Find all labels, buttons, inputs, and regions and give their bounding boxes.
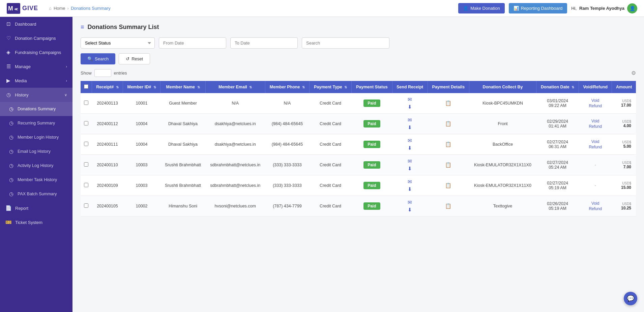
row-checkbox[interactable] [84,183,88,187]
sidebar-item-media[interactable]: ▶ Media › [0,74,72,88]
void-link[interactable]: Void [591,201,599,206]
refund-link[interactable]: Refund [589,206,602,211]
amount-value: 4.00 [615,123,631,128]
sidebar-item-report[interactable]: 📄 Report [0,201,72,215]
make-donation-button[interactable]: 👤 Make Donation [458,3,504,13]
email-icon[interactable]: ✉ [408,96,412,103]
reporting-icon: 📊 [514,6,519,11]
row-checkbox[interactable] [84,142,88,146]
sidebar-item-donation-campaigns[interactable]: ♡ Donation Campaigns [0,31,72,45]
sidebar-item-ticket-system[interactable]: 🎫 Ticket System [0,215,72,229]
row-member-email: sdbrahmbhatt@netclues.in [205,155,265,175]
download-icon[interactable]: ⬇ [408,186,412,192]
document-icon[interactable]: 📋 [445,141,451,147]
sidebar-item-manage[interactable]: ☰ Manage › [0,59,72,74]
sidebar-item-fundraising-campaigns[interactable]: ◈ Fundraising Campaigns [0,45,72,59]
row-payment-status: Paid [352,134,392,155]
document-icon[interactable]: 📋 [445,203,451,209]
avatar[interactable]: 👤 [627,3,637,13]
row-checkbox[interactable] [84,121,88,125]
void-link[interactable]: Void [591,98,599,103]
sidebar-item-activity-log-history[interactable]: ◷ Activity Log History [0,159,72,173]
row-checkbox[interactable] [84,162,88,167]
reset-button[interactable]: ↺ Reset [119,53,150,64]
email-icon[interactable]: ✉ [408,158,412,164]
amount-currency: USD$ [615,120,631,123]
status-filter[interactable]: Select Status [81,37,155,49]
dashboard-icon: ⊡ [5,21,11,27]
sidebar-sub-label: Member Login History [18,135,59,140]
logo[interactable]: M ≪ GIVE [7,2,38,15]
sort-icon: ⇅ [302,85,305,89]
breadcrumb: ⌂ Home › Donations Summary [49,6,111,11]
download-icon[interactable]: ⬇ [408,124,412,131]
sidebar-item-donations-summary[interactable]: ◷ Donations Summary [0,102,72,116]
sidebar-item-member-login-history[interactable]: ◷ Member Login History [0,130,72,144]
download-icon[interactable]: ⬇ [408,104,412,110]
header-payment-type[interactable]: Payment Type ⇅ [310,81,352,93]
reporting-dashboard-button[interactable]: 📊 Reporting Dashboard [509,3,567,13]
header-member-email[interactable]: Member Email ⇅ [205,81,265,93]
table-row: 202400112 10004 Dhaval Sakhiya dsakhiya@… [81,114,636,134]
header-donation-date[interactable]: Donation Date ⇅ [536,81,579,93]
sidebar-item-history[interactable]: ◷ History ∨ [0,88,72,102]
refund-link[interactable]: Refund [589,124,602,129]
download-icon[interactable]: ⬇ [408,166,412,172]
sidebar-item-member-task-history[interactable]: ◷ Member Task History [0,173,72,187]
header-donation-collect-by[interactable]: Donation Collect By [469,81,536,93]
row-checkbox-cell [81,93,92,114]
row-checkbox[interactable] [84,203,88,208]
sidebar-item-label: Dashboard [15,22,36,27]
search-input[interactable] [302,37,389,49]
email-icon[interactable]: ✉ [408,138,412,144]
download-icon[interactable]: ⬇ [408,207,412,213]
main-layout: ⊡ Dashboard ♡ Donation Campaigns ◈ Fundr… [0,17,644,312]
task-history-icon: ◷ [8,177,14,183]
document-icon[interactable]: 📋 [445,162,451,168]
sidebar-item-dashboard[interactable]: ⊡ Dashboard [0,17,72,31]
row-checkbox[interactable] [84,101,88,105]
row-void-refund: - [579,155,612,175]
row-receipt: 202400112 [92,114,123,134]
entries-count-input[interactable]: 10 [94,69,111,77]
document-icon[interactable]: 📋 [445,100,451,106]
row-donation-date: 03/01/2024 09:22 AM [536,93,579,114]
document-icon[interactable]: 📋 [445,121,451,126]
row-send-receipt: ✉ ⬇ [392,196,428,217]
row-void-refund: Void Refund [579,93,612,114]
row-void-refund: - [579,175,612,196]
header-member-id[interactable]: Member ID# ⇅ [123,81,160,93]
email-icon[interactable]: ✉ [408,199,412,205]
header-receipt[interactable]: Receipt# ⇅ [92,81,123,93]
gear-icon[interactable]: ⚙ [631,70,636,76]
select-all-checkbox[interactable] [84,84,88,89]
row-amount: USD$ 7.00 [612,155,636,175]
to-date-input[interactable] [230,37,298,49]
row-member-phone: (333) 333-3333 [265,155,309,175]
sidebar-item-label: Media [15,78,27,83]
header-payment-status[interactable]: Payment Status [352,81,392,93]
email-icon[interactable]: ✉ [408,117,412,123]
refund-link[interactable]: Refund [589,104,602,108]
void-link[interactable]: Void [591,119,599,123]
row-receipt: 202400111 [92,134,123,155]
header-member-name[interactable]: Member Name ⇅ [160,81,205,93]
document-icon[interactable]: 📋 [445,182,451,188]
sidebar-item-recurring-summary[interactable]: ◷ Recurring Summary [0,116,72,130]
report-icon: 📄 [5,205,12,211]
sidebar-item-email-log-history[interactable]: ◷ Email Log History [0,144,72,159]
show-entries-bar: Show 10 entries ⚙ [81,69,636,77]
breadcrumb-home[interactable]: Home [54,6,65,11]
chat-bubble-button[interactable]: 💬 [624,292,637,305]
email-icon[interactable]: ✉ [408,179,412,185]
refund-link[interactable]: Refund [589,145,602,149]
chevron-right-icon: › [66,79,67,83]
sidebar-item-pax-batch-summary[interactable]: ◷ PAX Batch Summary [0,187,72,201]
void-link[interactable]: Void [591,139,599,144]
from-date-input[interactable] [159,37,226,49]
download-icon[interactable]: ⬇ [408,145,412,151]
row-void-refund: Void Refund [579,134,612,155]
search-button[interactable]: 🔍 Search [81,53,115,64]
void-refund-actions: Void Refund [582,119,609,129]
header-member-phone[interactable]: Member Phone ⇅ [265,81,309,93]
